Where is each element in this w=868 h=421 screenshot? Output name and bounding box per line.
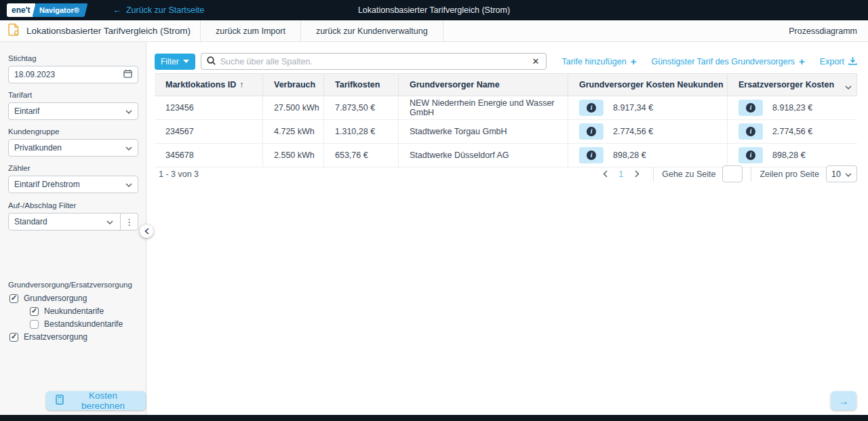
table-row[interactable]: 234567 4.725 kWh 1.310,28 € Stadtwerke T… <box>155 120 857 144</box>
dropdown-arrow-icon <box>183 60 189 63</box>
goto-page-label: Gehe zu Seite <box>662 169 715 179</box>
stichtag-date-input[interactable]: 18.09.2023 <box>8 66 138 83</box>
chevron-down-icon <box>125 180 132 189</box>
column-menu-chevron-icon[interactable] <box>845 80 852 92</box>
stichtag-label: Stichtag <box>8 54 138 62</box>
sidebar-collapse-button[interactable] <box>140 224 153 238</box>
pagination-range: 1 - 3 von 3 <box>159 169 199 179</box>
table-row[interactable]: 123456 27.500 kWh 7.873,50 € NEW Niederr… <box>155 96 857 120</box>
tab-back-to-customer-management[interactable]: zurück zur Kundenverwaltung <box>300 20 443 41</box>
chevron-down-icon <box>125 143 132 153</box>
chevron-down-icon <box>845 169 852 179</box>
export-link[interactable]: Export <box>820 56 857 67</box>
info-icon: i <box>746 103 755 113</box>
calculate-costs-button[interactable]: Kosten berechnen <box>46 391 146 410</box>
table-toolbar: Filter ✕ Tarife hinzufügen + Günstigster… <box>155 53 857 70</box>
kundengruppe-select[interactable]: Privatkunden <box>8 139 138 157</box>
search-input[interactable] <box>220 57 531 66</box>
plus-icon: + <box>631 56 637 67</box>
page-title: Lokationsbasierter Tarifvergleich (Strom… <box>26 26 191 36</box>
tarifart-select[interactable]: Eintarif <box>8 102 138 120</box>
tab-back-to-import[interactable]: zurück zum Import <box>200 20 300 41</box>
next-step-button[interactable]: → <box>831 391 856 410</box>
info-button[interactable]: i <box>738 123 763 140</box>
auf-abschlag-filter-label: Auf-/Abschlag Filter <box>8 201 138 209</box>
divider <box>751 167 751 182</box>
filter-sidebar: Stichtag 18.09.2023 Tarifart Eintarif Ku… <box>0 42 146 415</box>
checkbox-box[interactable] <box>9 294 18 303</box>
info-icon: i <box>746 151 755 160</box>
col-header-ersatzversorger-kosten[interactable]: Ersatzversorger Kosten <box>728 74 857 96</box>
enet-navigator-logo[interactable]: ene't Navigator® <box>7 3 85 17</box>
zaehler-select[interactable]: Eintarif Drehstrom <box>8 176 138 193</box>
goto-page-input[interactable] <box>722 165 743 182</box>
main-content: Filter ✕ Tarife hinzufügen + Günstigster… <box>147 42 868 415</box>
page-tabs: zurück zum Import zurück zur Kundenverwa… <box>200 20 443 41</box>
info-icon: i <box>587 127 596 136</box>
col-header-grundversorger-kosten[interactable]: Grundversorger Kosten Neukunden <box>568 74 728 96</box>
chevron-down-icon <box>125 106 132 116</box>
previous-page-icon[interactable] <box>597 166 613 182</box>
divider <box>653 167 654 182</box>
col-header-tarifkosten[interactable]: Tarifkosten <box>324 74 399 96</box>
info-button[interactable]: i <box>579 100 604 116</box>
calendar-icon[interactable] <box>123 69 132 80</box>
tarifart-label: Tarifart <box>8 91 138 99</box>
tariff-comparison-table: Marktlokations ID ↑ Verbrauch Tarifkoste… <box>155 73 857 167</box>
checkbox-box[interactable] <box>30 320 39 329</box>
checkbox-box[interactable] <box>30 307 39 316</box>
download-icon <box>848 56 857 67</box>
chevron-down-icon <box>106 217 113 226</box>
clear-search-icon[interactable]: ✕ <box>531 56 541 66</box>
checkbox-neukundentarife[interactable]: Neukundentarife <box>30 306 104 316</box>
info-button[interactable]: i <box>738 100 763 116</box>
add-tariffs-link[interactable]: Tarife hinzufügen + <box>561 56 636 67</box>
calculator-icon <box>56 395 64 407</box>
info-icon: i <box>746 127 755 136</box>
kebab-menu-icon[interactable]: ⋮ <box>120 214 138 230</box>
document-gear-icon <box>8 23 20 39</box>
search-box: ✕ <box>201 53 547 70</box>
info-button[interactable]: i <box>579 123 604 140</box>
logo-navigator-text: Navigator® <box>32 3 87 17</box>
checkbox-box[interactable] <box>9 333 18 342</box>
top-navigation-bar: ene't Navigator® ← Zurück zur Startseite… <box>0 0 868 20</box>
search-icon <box>207 56 216 68</box>
col-header-verbrauch[interactable]: Verbrauch <box>263 74 324 96</box>
current-page-number[interactable]: 1 <box>613 169 629 179</box>
zaehler-label: Zähler <box>8 164 138 172</box>
rows-per-page-label: Zeilen pro Seite <box>760 169 819 179</box>
checkbox-ersatzversorgung[interactable]: Ersatzversorgung <box>9 332 87 342</box>
arrow-left-icon: ← <box>113 5 121 15</box>
auf-abschlag-filter-select[interactable]: Standard ⋮ <box>8 213 138 230</box>
rows-per-page-select[interactable]: 10 <box>826 165 857 182</box>
col-header-marktlokations-id[interactable]: Marktlokations ID ↑ <box>155 74 263 96</box>
bottom-bar <box>0 415 868 421</box>
info-icon: i <box>587 103 596 113</box>
versorgung-group-label: Grundversorgung/Ersatzversorgung <box>8 281 132 289</box>
cheapest-tariff-link[interactable]: Günstigster Tarif des Grundversorgers + <box>651 56 804 67</box>
info-button[interactable]: i <box>738 147 763 163</box>
sort-ascending-icon[interactable]: ↑ <box>239 80 243 89</box>
checkbox-bestandskundentarife[interactable]: Bestandskundentarife <box>30 319 123 329</box>
logo-enet-text: ene't <box>7 3 35 17</box>
table-header-row: Marktlokations ID ↑ Verbrauch Tarifkoste… <box>155 74 857 96</box>
arrow-right-icon: → <box>839 395 849 407</box>
col-header-grundversorger-name[interactable]: Grundversorger Name <box>399 74 568 96</box>
filter-button[interactable]: Filter <box>155 54 195 70</box>
process-diagram-link[interactable]: Prozessdiagramm <box>789 26 857 36</box>
page-header-bar: Lokationsbasierter Tarifvergleich (Strom… <box>0 20 868 42</box>
next-page-icon[interactable] <box>629 166 645 182</box>
kundengruppe-label: Kundengruppe <box>8 127 138 136</box>
checkbox-grundversorgung[interactable]: Grundversorgung <box>9 294 87 303</box>
plus-icon: + <box>799 56 805 67</box>
table-row[interactable]: 345678 2.550 kWh 653,76 € Stadtwerke Düs… <box>155 144 857 167</box>
pagination-bar: 1 - 3 von 3 1 Gehe zu Seite Zeilen pro S… <box>155 165 857 183</box>
back-to-startpage-link[interactable]: ← Zurück zur Startseite <box>113 5 204 15</box>
info-button[interactable]: i <box>579 147 604 163</box>
info-icon: i <box>587 151 596 160</box>
